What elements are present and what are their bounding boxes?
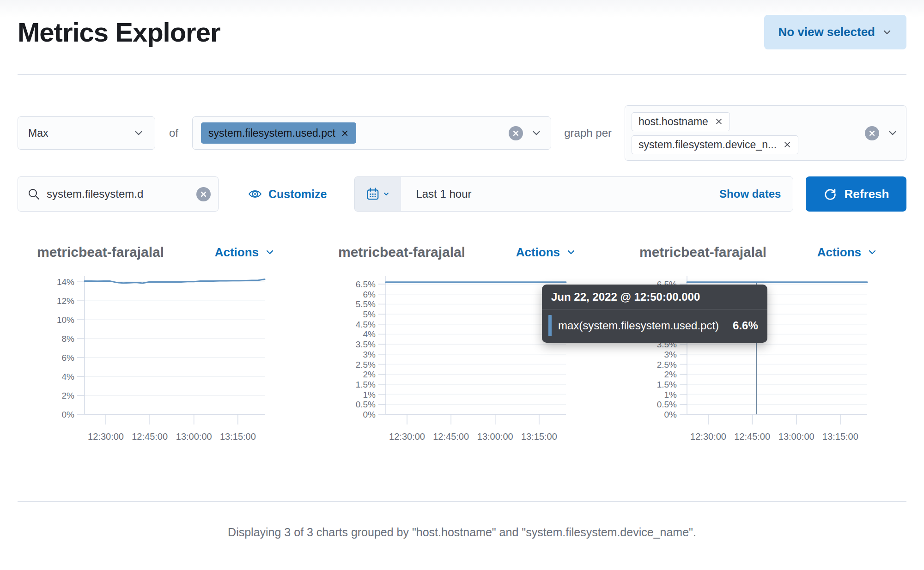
truncated-text: l	[160, 244, 163, 260]
svg-text:1%: 1%	[363, 390, 376, 400]
svg-text:13:15:00: 13:15:00	[521, 431, 557, 442]
clear-all-icon[interactable]	[865, 126, 879, 140]
svg-text:2.5%: 2.5%	[657, 360, 677, 370]
svg-text:0.5%: 0.5%	[657, 400, 677, 409]
svg-text:8%: 8%	[62, 334, 75, 344]
remove-tag-icon[interactable]	[341, 129, 349, 137]
group-by-tags: host.hostname system.filesystem.device_n…	[632, 112, 798, 154]
metric-combobox[interactable]: system.filesystem.used.pct	[192, 116, 551, 150]
charts-summary: Displaying 3 of 3 charts grouped by "hos…	[18, 526, 906, 539]
remove-tag-icon[interactable]	[715, 117, 723, 126]
svg-text:6.5%: 6.5%	[356, 279, 376, 289]
date-picker: Last 1 hour Show dates	[354, 176, 793, 212]
tooltip-timestamp: Jun 22, 2022 @ 12:50:00.000	[542, 285, 767, 309]
group-by-tag[interactable]: system.filesystem.device_n...	[632, 135, 798, 154]
svg-text:12:45:00: 12:45:00	[734, 431, 770, 442]
aggregation-select[interactable]: Max	[18, 116, 155, 150]
metric-tag-label: system.filesystem.used.pct	[208, 127, 335, 139]
clear-search-icon[interactable]	[196, 187, 211, 201]
chart-actions-button[interactable]: Actions	[516, 245, 577, 260]
svg-text:3%: 3%	[363, 350, 376, 359]
series-color-marker	[548, 315, 552, 336]
truncated-text: l	[462, 244, 464, 260]
header-divider	[18, 74, 906, 75]
svg-text:14%: 14%	[57, 277, 74, 287]
svg-text:1.5%: 1.5%	[356, 380, 376, 389]
line-chart[interactable]: 0%0.5%1%1.5%2%2.5%3%3.5%4%4.5%5%5.5%6%6.…	[351, 273, 571, 447]
chart-panel-3: metricbeat-farajalal Actions 0%0.5%1%1.5…	[620, 242, 897, 447]
refresh-label: Refresh	[845, 187, 889, 201]
svg-text:3.5%: 3.5%	[356, 340, 376, 349]
chart-panel-2: metricbeat-farajalal Actions 0%0.5%1%1.5…	[319, 242, 596, 447]
customize-label: Customize	[268, 188, 327, 201]
refresh-button[interactable]: Refresh	[806, 176, 906, 212]
svg-text:4.5%: 4.5%	[356, 320, 376, 329]
clear-all-icon[interactable]	[509, 126, 523, 140]
svg-text:10%: 10%	[57, 315, 74, 325]
metrics-explorer-page: Metrics Explorer No view selected Max of…	[0, 0, 924, 570]
show-dates-button[interactable]: Show dates	[719, 188, 793, 200]
chart-actions-button[interactable]: Actions	[817, 245, 878, 260]
chart-title: metricbeat-farajalal	[338, 244, 464, 260]
aggregation-value: Max	[28, 127, 48, 139]
chevron-down-icon	[383, 190, 390, 198]
search-box[interactable]	[18, 176, 219, 212]
chart-header: metricbeat-farajalal Actions	[319, 242, 596, 262]
svg-text:13:00:00: 13:00:00	[176, 431, 212, 442]
graph-per-label: graph per	[564, 127, 612, 139]
truncated-text: l	[763, 244, 766, 260]
tooltip-series-row: max(system.filesystem.used.pct) 6.6%	[542, 309, 767, 343]
actions-label: Actions	[215, 245, 259, 260]
chart-title: metricbeat-farajalal	[639, 244, 766, 260]
chevron-down-icon	[133, 127, 145, 139]
chart-actions-button[interactable]: Actions	[215, 245, 275, 260]
svg-text:4%: 4%	[62, 372, 75, 382]
remove-tag-icon[interactable]	[783, 140, 791, 149]
svg-text:12:30:00: 12:30:00	[690, 431, 726, 442]
svg-text:1.5%: 1.5%	[657, 380, 677, 389]
chevron-down-icon	[264, 247, 275, 258]
actions-label: Actions	[516, 245, 560, 260]
svg-text:12:45:00: 12:45:00	[433, 431, 469, 442]
chevron-down-icon	[881, 27, 893, 38]
group-by-combobox[interactable]: host.hostname system.filesystem.device_n…	[625, 105, 906, 161]
metric-combobox-controls	[509, 126, 542, 140]
chevron-down-icon[interactable]	[530, 127, 542, 139]
customize-button[interactable]: Customize	[248, 187, 327, 201]
group-by-tag-label: host.hostname	[638, 115, 708, 128]
svg-text:13:00:00: 13:00:00	[477, 431, 513, 442]
svg-text:4%: 4%	[363, 329, 376, 339]
view-picker-button[interactable]: No view selected	[764, 15, 906, 49]
metric-tag[interactable]: system.filesystem.used.pct	[201, 122, 356, 144]
toolbar-row: Customize Last 1 hour Show dates Refresh	[18, 176, 906, 212]
page-title: Metrics Explorer	[18, 17, 220, 48]
svg-text:0.5%: 0.5%	[356, 400, 376, 409]
of-label: of	[169, 127, 178, 139]
date-picker-quick-menu[interactable]	[355, 177, 401, 211]
svg-text:1%: 1%	[664, 390, 677, 400]
chart-panel-1: metricbeat-farajalal Actions 0%2%4%6%8%1…	[18, 242, 295, 447]
svg-text:13:15:00: 13:15:00	[220, 431, 256, 442]
chevron-down-icon[interactable]	[887, 127, 899, 139]
chart-header: metricbeat-farajalal Actions	[18, 242, 295, 262]
charts-area: metricbeat-farajalal Actions 0%2%4%6%8%1…	[18, 242, 906, 447]
chevron-down-icon	[565, 247, 577, 258]
svg-text:0%: 0%	[664, 410, 677, 419]
footer-divider	[18, 501, 906, 502]
svg-text:6%: 6%	[62, 353, 75, 363]
chevron-down-icon	[867, 247, 878, 258]
eye-icon	[248, 187, 262, 201]
svg-text:12:45:00: 12:45:00	[132, 431, 168, 442]
group-by-tag[interactable]: host.hostname	[632, 112, 730, 131]
svg-text:0%: 0%	[363, 410, 376, 419]
line-chart[interactable]: 0%2%4%6%8%10%12%14%12:30:0012:45:0013:00…	[50, 273, 269, 447]
actions-label: Actions	[817, 245, 861, 260]
svg-text:13:15:00: 13:15:00	[822, 431, 858, 442]
svg-text:2%: 2%	[62, 391, 75, 400]
svg-text:12%: 12%	[57, 296, 74, 306]
chart-header: metricbeat-farajalal Actions	[620, 242, 897, 262]
search-input[interactable]	[47, 188, 190, 200]
svg-text:2%: 2%	[664, 370, 677, 379]
calendar-icon	[366, 187, 380, 201]
time-range-value[interactable]: Last 1 hour	[401, 188, 719, 200]
